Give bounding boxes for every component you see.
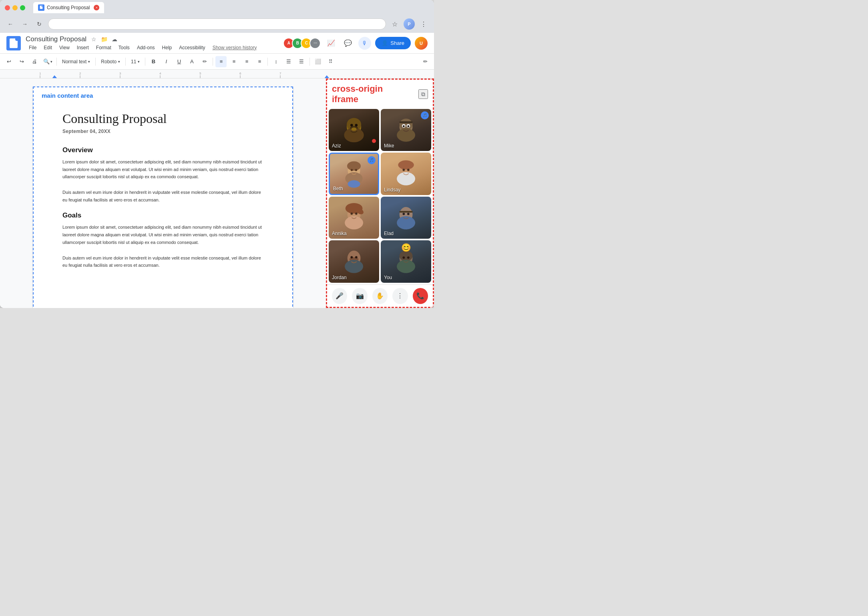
call-controls: 🎤 📷 ✋ ⋮ 📞 bbox=[327, 284, 433, 307]
tab-title: Consulting Proposal bbox=[47, 5, 90, 10]
comments-button[interactable]: 💬 bbox=[342, 37, 354, 50]
browser-profile-avatar[interactable]: P bbox=[404, 18, 415, 30]
tab-bar: Consulting Proposal × bbox=[33, 2, 104, 13]
address-bar[interactable] bbox=[48, 18, 386, 30]
svg-point-25 bbox=[351, 127, 356, 131]
refresh-button[interactable]: ↻ bbox=[34, 18, 45, 30]
docs-header: Consulting Proposal ☆ 📁 ☁ File Edit View… bbox=[0, 33, 434, 54]
video-name-beth: Beth bbox=[333, 186, 343, 191]
zoom-icon: 🔍 bbox=[43, 58, 50, 64]
print-button[interactable]: 🖨 bbox=[29, 56, 40, 67]
menu-format[interactable]: Format bbox=[93, 44, 115, 51]
video-name-mike: Mike bbox=[384, 143, 394, 149]
active-tab[interactable]: Consulting Proposal × bbox=[33, 2, 104, 13]
menu-view[interactable]: View bbox=[56, 44, 73, 51]
share-button[interactable]: 👤 Share bbox=[375, 37, 411, 49]
menu-insert[interactable]: Insert bbox=[74, 44, 92, 51]
line-spacing-button[interactable]: ↕ bbox=[270, 56, 281, 67]
menu-tools[interactable]: Tools bbox=[115, 44, 133, 51]
text-color-button[interactable]: A bbox=[186, 56, 197, 67]
star-icon[interactable]: ☆ bbox=[90, 35, 98, 43]
menu-accessibility[interactable]: Accessibility bbox=[176, 44, 208, 51]
tab-close-button[interactable]: × bbox=[94, 5, 99, 10]
mute-button[interactable]: 🎤 bbox=[332, 288, 347, 304]
tab-favicon bbox=[38, 4, 44, 11]
svg-point-39 bbox=[348, 180, 360, 188]
insert-image-button[interactable]: ⬜ bbox=[312, 56, 323, 67]
svg-marker-18 bbox=[324, 75, 330, 79]
edit-pen-button[interactable]: ✏ bbox=[420, 56, 431, 67]
main-content-label: main content area bbox=[42, 92, 93, 99]
doc-canvas[interactable]: main content area Consulting Proposal Se… bbox=[0, 79, 326, 308]
folder-icon[interactable]: 📁 bbox=[100, 35, 108, 43]
redo-button[interactable]: ↪ bbox=[16, 56, 27, 67]
svg-rect-29 bbox=[400, 121, 413, 123]
bold-button[interactable]: B bbox=[148, 56, 159, 67]
forward-button[interactable]: → bbox=[19, 18, 30, 30]
svg-point-50 bbox=[355, 212, 358, 215]
toolbar-sep-5 bbox=[213, 58, 213, 66]
align-right-button[interactable]: ≡ bbox=[241, 56, 252, 67]
menu-addons[interactable]: Add-ons bbox=[134, 44, 158, 51]
menu-file[interactable]: File bbox=[26, 44, 40, 51]
menu-help[interactable]: Help bbox=[159, 44, 175, 51]
italic-button[interactable]: I bbox=[161, 56, 172, 67]
back-button[interactable]: ← bbox=[5, 18, 16, 30]
analytics-button[interactable]: 📈 bbox=[325, 37, 338, 50]
zoom-button[interactable]: 🔍 ▾ bbox=[42, 56, 54, 67]
highlight-button[interactable]: ✏ bbox=[199, 56, 210, 67]
video-tile-mike: Mike 🎵 bbox=[381, 109, 431, 151]
video-tile-annika: Annika bbox=[329, 197, 379, 239]
raise-hand-button[interactable]: ✋ bbox=[372, 288, 388, 304]
text-style-select[interactable]: Normal text ▾ bbox=[59, 56, 93, 67]
cloud-icon[interactable]: ☁ bbox=[111, 35, 119, 43]
underline-button[interactable]: U bbox=[173, 56, 185, 67]
docs-profile-avatar[interactable]: U bbox=[415, 37, 428, 50]
open-external-button[interactable]: ⧉ bbox=[418, 89, 428, 99]
align-left-button[interactable]: ≡ bbox=[215, 56, 227, 67]
menu-edit[interactable]: Edit bbox=[40, 44, 55, 51]
face-elad bbox=[388, 203, 424, 233]
svg-point-58 bbox=[345, 260, 363, 273]
more-format-button[interactable]: ⠿ bbox=[325, 56, 336, 67]
docs-title-row: Consulting Proposal ☆ 📁 ☁ bbox=[26, 35, 278, 43]
font-size-label: 11 bbox=[131, 59, 136, 64]
toolbar-sep-3 bbox=[125, 58, 126, 66]
section-goals-para-1: Lorem ipsum dolor sit amet, consectetuer… bbox=[62, 223, 263, 246]
video-tile-beth: Beth 🎵 bbox=[329, 153, 379, 195]
toolbar-sep-4 bbox=[145, 58, 145, 66]
align-center-button[interactable]: ≡ bbox=[228, 56, 239, 67]
video-button[interactable]: 📷 bbox=[352, 288, 367, 304]
section-overview-para-1: Lorem ipsum dolor sit amet, consectetuer… bbox=[62, 158, 263, 181]
minimize-traffic-light[interactable] bbox=[12, 5, 18, 10]
bookmark-button[interactable]: ☆ bbox=[389, 18, 400, 30]
video-name-lindsay: Lindsay bbox=[384, 187, 400, 193]
doc-title: Consulting Proposal bbox=[62, 111, 263, 126]
svg-point-60 bbox=[355, 256, 358, 259]
toolbar: ↩ ↪ 🖨 🔍 ▾ Normal text ▾ Roboto ▾ 11 ▾ bbox=[0, 54, 434, 70]
maximize-traffic-light[interactable] bbox=[20, 5, 25, 10]
font-select[interactable]: Roboto ▾ bbox=[98, 56, 123, 67]
video-name-annika: Annika bbox=[332, 231, 347, 236]
collab-avatar-more[interactable]: ⋯ bbox=[309, 38, 321, 49]
browser-more-button[interactable]: ⋮ bbox=[418, 18, 429, 30]
font-size-select[interactable]: 11 ▾ bbox=[128, 56, 143, 67]
svg-text:3: 3 bbox=[119, 72, 121, 75]
video-tile-lindsay: Lindsay bbox=[381, 153, 431, 195]
video-name-elad: Elad bbox=[384, 231, 394, 236]
editor-area: main content area Consulting Proposal Se… bbox=[0, 79, 434, 308]
end-call-button[interactable]: 📞 bbox=[413, 288, 428, 304]
version-history-link[interactable]: Show version history bbox=[209, 44, 260, 51]
voice-typing-button[interactable]: 🎙 bbox=[358, 37, 371, 50]
numbered-list-button[interactable]: ☰ bbox=[296, 56, 307, 67]
side-panel: cross-origin iframe ⧉ bbox=[326, 79, 434, 308]
call-more-button[interactable]: ⋮ bbox=[392, 288, 408, 304]
close-traffic-light[interactable] bbox=[5, 5, 10, 10]
face-annika bbox=[336, 203, 372, 233]
cross-origin-label: cross-origin iframe bbox=[332, 84, 383, 105]
undo-button[interactable]: ↩ bbox=[3, 56, 14, 67]
face-jordan bbox=[336, 247, 372, 276]
bullet-list-button[interactable]: ☰ bbox=[283, 56, 294, 67]
video-tile-aziz: Aziz bbox=[329, 109, 379, 151]
justify-button[interactable]: ≡ bbox=[254, 56, 265, 67]
